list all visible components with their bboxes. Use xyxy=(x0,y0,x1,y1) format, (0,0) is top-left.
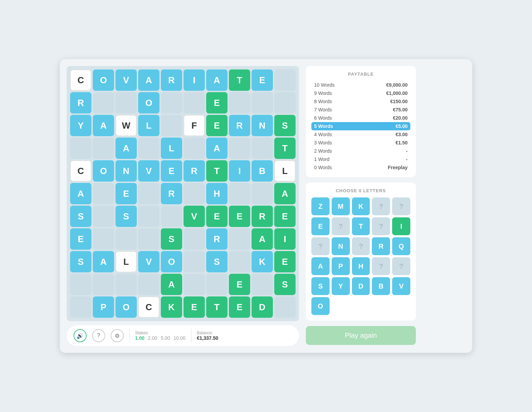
board-cell xyxy=(138,206,159,227)
chooser-tile[interactable]: Q xyxy=(392,237,410,255)
board-cell: C xyxy=(70,69,91,91)
chooser-tile[interactable]: ? xyxy=(372,257,390,275)
board-cell: E xyxy=(229,296,250,318)
board-cell: V xyxy=(138,251,159,272)
board-cell: B xyxy=(252,160,273,182)
board-cell: W xyxy=(115,115,137,136)
board-cell xyxy=(115,92,137,113)
paytable-label: 6 Words xyxy=(314,115,332,121)
board-cell: Y xyxy=(70,115,91,136)
board-cell: R xyxy=(229,115,250,136)
chooser-title: CHOOSE 0 LETTERS xyxy=(311,188,410,193)
stake-3[interactable]: 5.00 xyxy=(161,335,170,341)
chooser-tile[interactable]: ? xyxy=(392,257,410,275)
paytable-row: 10 Words€9,000.00 xyxy=(311,81,410,89)
stake-1[interactable]: 1.00 xyxy=(135,335,144,341)
board-cell xyxy=(184,228,205,250)
paytable-label: 4 Words xyxy=(314,132,332,137)
board-cell: O xyxy=(115,296,137,318)
chooser-tile[interactable]: T xyxy=(352,217,370,235)
settings-button[interactable]: ⚙ xyxy=(111,329,124,342)
chooser-tile[interactable]: Z xyxy=(311,197,330,215)
chooser-tile[interactable]: R xyxy=(372,237,390,255)
chooser-tile[interactable]: A xyxy=(311,257,330,275)
chooser-grid: ZMK??E?T?I?N?RQAPH??SYDBV xyxy=(311,197,410,295)
paytable-label: 1 Word xyxy=(314,156,330,162)
board-cell: V xyxy=(138,160,159,182)
paytable-prize: - xyxy=(406,156,408,162)
chooser-tile[interactable]: ? xyxy=(392,197,410,215)
board-cell xyxy=(229,183,250,204)
stake-2[interactable]: 2.00 xyxy=(148,335,157,341)
board-cell xyxy=(115,228,137,250)
board-cell: S xyxy=(70,251,91,272)
board-cell: C xyxy=(138,296,159,318)
chooser-tile[interactable]: H xyxy=(352,257,370,275)
chooser-tile[interactable]: ? xyxy=(311,237,330,255)
help-button[interactable]: ? xyxy=(92,329,105,342)
board-cell: I xyxy=(229,160,250,182)
paytable-section: PAYTABLE 10 Words€9,000.009 Words€1,000.… xyxy=(306,66,416,177)
stake-4[interactable]: 10.00 xyxy=(174,335,186,341)
chooser-tile[interactable]: V xyxy=(392,277,410,295)
board-cell: A xyxy=(93,115,114,136)
chooser-tile[interactable]: Y xyxy=(332,277,350,295)
board-cell: E xyxy=(206,206,228,227)
paytable-prize: €3.00 xyxy=(396,132,408,137)
paytable-row: 1 Word- xyxy=(311,155,410,163)
divider xyxy=(129,329,130,343)
chooser-tile[interactable]: ? xyxy=(332,217,350,235)
board-cell: R xyxy=(184,160,205,182)
board-cell: R xyxy=(161,183,182,204)
paytable-row: 0 WordsFreeplay xyxy=(311,163,410,172)
paytable-label: 9 Words xyxy=(314,90,332,96)
chooser-tile[interactable]: N xyxy=(332,237,350,255)
chooser-tile[interactable]: P xyxy=(332,257,350,275)
board-cell xyxy=(206,274,228,295)
board-cell: F xyxy=(184,115,205,136)
chooser-tile[interactable]: E xyxy=(311,217,330,235)
chooser-tile[interactable]: ? xyxy=(372,197,390,215)
play-again-button[interactable]: Play again xyxy=(306,326,416,345)
board-cell: E xyxy=(229,274,250,295)
board-cell xyxy=(229,228,250,250)
board-cell xyxy=(274,92,296,113)
chooser-tile[interactable]: M xyxy=(332,197,350,215)
chooser-tile[interactable]: S xyxy=(311,277,330,295)
paytable-rows: 10 Words€9,000.009 Words€1,000.008 Words… xyxy=(311,81,410,172)
board-cell: V xyxy=(115,69,137,91)
board-grid: COVARIATEROEYAWLFERNSALATCONVERTIBLAERHA… xyxy=(67,66,299,321)
board-cell: A xyxy=(274,183,296,204)
chooser-tile[interactable]: D xyxy=(352,277,370,295)
chooser-tile[interactable]: ? xyxy=(352,237,370,255)
board-cell: T xyxy=(229,69,250,91)
balance-value: €1,337.50 xyxy=(197,335,218,341)
board-cell xyxy=(93,92,114,113)
board-cell xyxy=(93,183,114,204)
board-cell: A xyxy=(93,251,114,272)
board-cell xyxy=(184,92,205,113)
board-cell: E xyxy=(252,69,273,91)
chooser-tile[interactable]: B xyxy=(372,277,390,295)
board-cell: A xyxy=(206,138,228,159)
board-cell: R xyxy=(206,228,228,250)
chooser-tile[interactable]: K xyxy=(352,197,370,215)
chooser-tile[interactable]: I xyxy=(392,217,410,235)
board-cell: A xyxy=(138,69,159,91)
divider2 xyxy=(191,329,191,343)
board-cell: E xyxy=(274,206,296,227)
chooser-tile-last[interactable]: O xyxy=(311,297,330,315)
board-cell: I xyxy=(184,69,205,91)
paytable-row: 6 Words€20.00 xyxy=(311,114,410,122)
board-cell: S xyxy=(274,274,296,295)
board-cell: O xyxy=(161,251,182,272)
board-section: COVARIATEROEYAWLFERNSALATCONVERTIBLAERHA… xyxy=(67,66,299,346)
board-cell: L xyxy=(115,251,137,272)
board-cell: S xyxy=(70,206,91,227)
board-cell xyxy=(252,183,273,204)
chooser-tile[interactable]: ? xyxy=(372,217,390,235)
sound-button[interactable]: 🔊 xyxy=(74,329,87,342)
stakes-label: Stakes: xyxy=(135,330,186,335)
board-cell xyxy=(93,138,114,159)
balance-label: Balance: xyxy=(197,330,218,335)
